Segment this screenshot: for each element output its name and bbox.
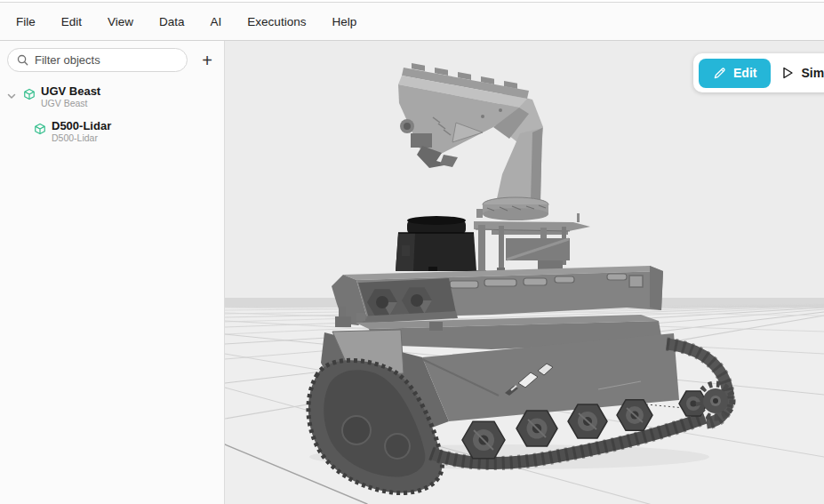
tree-item-subtitle: D500-Lidar: [52, 132, 111, 144]
menu-view[interactable]: View: [108, 15, 133, 28]
tree-item-text: UGV Beast UGV Beast: [41, 84, 100, 109]
menu-executions[interactable]: Executions: [247, 15, 306, 28]
box-icon: [23, 88, 36, 100]
menu-ai[interactable]: AI: [211, 15, 222, 28]
tree-item-title: UGV Beast: [41, 84, 100, 98]
mode-toolbar: Edit Simu: [693, 53, 824, 92]
add-object-button[interactable]: +: [197, 50, 217, 71]
menu-data[interactable]: Data: [159, 15, 185, 28]
filter-objects-input[interactable]: [35, 53, 168, 67]
3d-viewport-canvas[interactable]: [225, 41, 824, 504]
chevron-down-icon[interactable]: [5, 90, 18, 102]
tree-item-ugv-beast[interactable]: UGV Beast UGV Beast: [0, 84, 224, 109]
lidar-sensor: [396, 216, 476, 271]
edit-mode-button[interactable]: Edit: [699, 59, 771, 88]
filter-row: +: [0, 41, 224, 72]
filter-objects-input-wrap: [7, 48, 188, 72]
tree-item-title: D500-Lidar: [52, 119, 111, 132]
box-icon: [34, 123, 46, 135]
tree-item-subtitle: UGV Beast: [41, 98, 100, 109]
search-icon: [17, 54, 28, 66]
application-window: File Edit View Data AI Executions Help +: [0, 0, 824, 504]
edit-button-label: Edit: [733, 66, 756, 80]
tree-item-d500-lidar[interactable]: D500-Lidar D500-Lidar: [0, 119, 224, 144]
tree-item-text: D500-Lidar D500-Lidar: [52, 119, 111, 144]
menu-help[interactable]: Help: [332, 15, 356, 28]
pencil-icon: [713, 67, 726, 80]
menu-file[interactable]: File: [16, 15, 36, 28]
3d-scene: [225, 41, 824, 504]
object-tree-sidebar: + UGV Beast UGV Beast: [0, 41, 225, 504]
simulate-mode-button[interactable]: Simu: [772, 59, 824, 88]
simulate-button-label: Simu: [801, 66, 824, 80]
play-icon: [781, 67, 794, 79]
menu-bar: File Edit View Data AI Executions Help: [0, 2, 824, 41]
object-tree: UGV Beast UGV Beast D500-Lidar D500-Lida…: [0, 84, 224, 144]
menu-edit[interactable]: Edit: [61, 15, 82, 28]
